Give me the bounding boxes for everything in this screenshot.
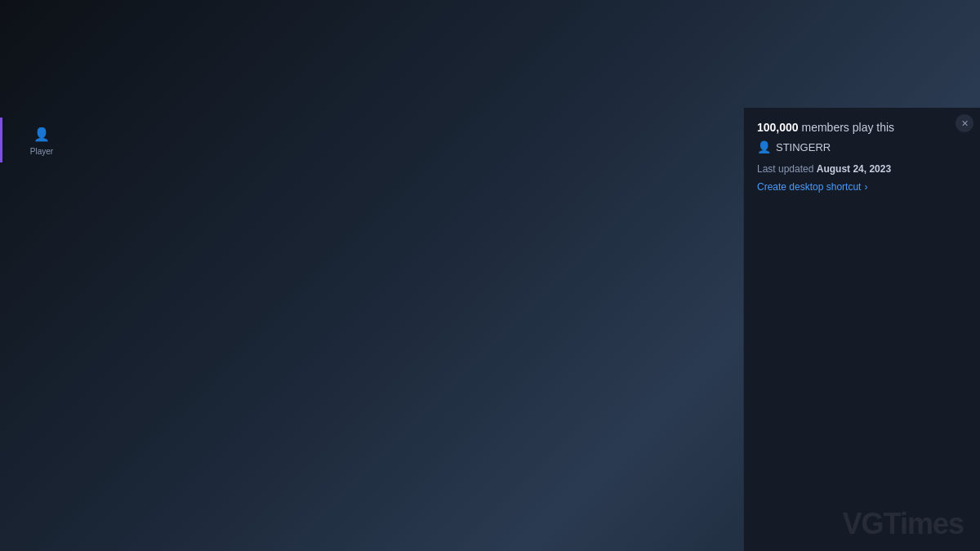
members-count: 100,000 members play this [757, 121, 967, 134]
updated-text: Last updated August 24, 2023 [757, 163, 967, 175]
shortcut-arrow: › [864, 181, 867, 193]
sidebar-player-label: Player [30, 147, 53, 156]
author-name: STINGERR [776, 141, 831, 153]
player-icon: 👤 [32, 124, 51, 144]
close-panel-btn[interactable]: ✕ [956, 114, 973, 132]
info-panel: 100,000 members play this 👤 STINGERR Las… [744, 108, 980, 206]
author-icon: 👤 [757, 140, 771, 153]
members-number: 100,000 [757, 121, 799, 134]
shortcut-link[interactable]: Create desktop shortcut › [757, 181, 967, 193]
updated-date: August 24, 2023 [817, 163, 891, 175]
right-panel: ✕ 100,000 members play this 👤 STINGERR L… [743, 108, 980, 551]
sidebar-item-player[interactable]: 👤 Player [0, 118, 81, 162]
author-row: 👤 STINGERR [757, 140, 967, 153]
updated-prefix: Last updated [757, 163, 817, 175]
members-text: members play this [802, 121, 895, 134]
shortcut-label: Create desktop shortcut [757, 181, 861, 193]
